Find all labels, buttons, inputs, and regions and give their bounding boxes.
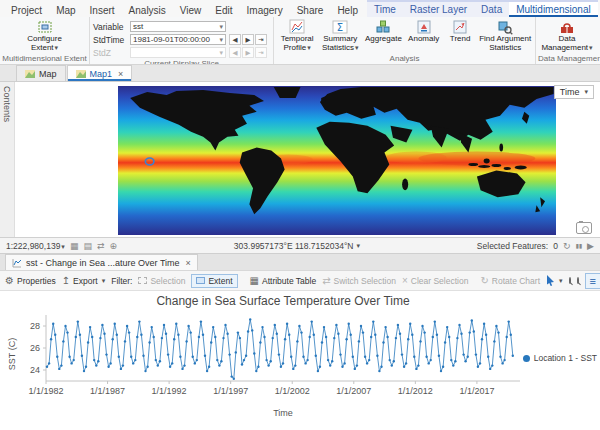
camera-icon[interactable] xyxy=(576,222,592,234)
tab-view[interactable]: View xyxy=(173,3,209,17)
play-icon[interactable]: ▶ xyxy=(587,241,594,251)
chart-area: Change in Sea Surface Temperature Over T… xyxy=(0,291,600,430)
tab-data[interactable]: Data xyxy=(474,2,509,17)
chart-title: Change in Sea Surface Temperature Over T… xyxy=(0,294,566,308)
svg-text:1/1/1987: 1/1/1987 xyxy=(90,386,125,396)
scale-selector[interactable]: 1:222,980,139▾ xyxy=(6,241,65,251)
summary-statistics-button[interactable]: Σ Summary Statistics▾ xyxy=(319,18,361,53)
group-current-display-slice: Variable sst▾ StdTime 1981-09-01T00:00:0… xyxy=(90,17,274,64)
svg-text:1/1/2012: 1/1/2012 xyxy=(398,386,433,396)
data-management-icon xyxy=(559,19,575,35)
swap-tool-icon[interactable]: ⇄ xyxy=(97,241,105,251)
table-icon: ▦ xyxy=(250,276,259,286)
svg-text:24: 24 xyxy=(30,365,40,375)
find-argument-statistics-button[interactable]: Find Argument Statistics xyxy=(478,18,532,53)
filter-label: Filter: xyxy=(111,276,132,286)
switch-selection-button[interactable]: ⇄Switch Selection xyxy=(322,276,396,286)
refresh-icon[interactable]: ↻ xyxy=(563,241,571,251)
chevron-down-icon: ▾ xyxy=(219,49,223,57)
step-back-button: ◀ xyxy=(229,47,241,58)
properties-button[interactable]: ⚙Properties xyxy=(5,276,56,286)
tab-multidimensional[interactable]: Multidimensional xyxy=(509,2,597,17)
map-icon xyxy=(25,69,35,79)
switch-selection-icon: ⇄ xyxy=(322,276,330,286)
step-back-button[interactable]: ◀ xyxy=(229,34,241,45)
coordinates-readout[interactable]: 303.9957173°E 118.7152034°N▾ xyxy=(234,241,360,251)
data-management-button[interactable]: Data Management▾ xyxy=(541,18,592,53)
chevron-down-icon: ▾ xyxy=(55,44,59,51)
filter-extent-button[interactable]: Extent xyxy=(191,274,237,288)
svg-text:28: 28 xyxy=(30,321,40,331)
stdtime-combo[interactable]: 1981-09-01T00:00:00▾ xyxy=(130,34,226,45)
group-label: Data Management xyxy=(536,53,598,64)
trend-icon xyxy=(452,19,468,35)
pointer-icon xyxy=(546,275,555,286)
tab-imagery[interactable]: Imagery xyxy=(240,3,290,17)
pointer-mode-button[interactable]: ▾ xyxy=(546,275,563,286)
chart-panel-tab[interactable]: sst - Change in Sea ...ature Over Time × xyxy=(5,254,198,270)
step-end-button: ⇥ xyxy=(255,47,267,58)
temporal-profile-button[interactable]: Temporal Profile▾ xyxy=(277,18,317,53)
chevron-down-icon: ▾ xyxy=(307,44,311,51)
filter-selection-button[interactable]: Selection xyxy=(138,276,185,286)
aggregate-icon xyxy=(375,19,391,35)
group-data-management: Data Management▾ Data Management xyxy=(536,17,598,64)
chart-legend-toggle[interactable]: ≡ xyxy=(585,273,600,289)
clear-selection-button[interactable]: ×Clear Selection xyxy=(402,276,468,286)
view-tab-bar: Map Map1 × xyxy=(0,65,600,82)
contextual-tab-group: Time Raster Layer Data Multidimensional xyxy=(367,0,598,17)
layers-tool-icon[interactable]: ▤ xyxy=(83,241,92,251)
stdz-label: StdZ xyxy=(93,48,127,58)
trend-button[interactable]: Trend xyxy=(444,18,477,44)
group-label: Multidimensional Extent xyxy=(0,53,89,64)
group-label: Current Display Slice xyxy=(90,58,273,65)
time-slider-button[interactable]: Time ▾ xyxy=(554,85,594,99)
configure-extent-icon xyxy=(37,19,53,35)
chart-panel-tab-bar: sst - Change in Sea ...ature Over Time × xyxy=(0,254,600,271)
close-icon[interactable]: × xyxy=(118,69,123,79)
ribbon-tab-bar: Project Map Insert Analysis View Edit Im… xyxy=(0,0,600,17)
tab-share[interactable]: Share xyxy=(290,3,331,17)
step-forward-button: ▶ xyxy=(242,47,254,58)
zoom-in-icon[interactable] xyxy=(569,277,571,284)
chart-icon xyxy=(12,258,22,268)
legend-label: Location 1 - SST xyxy=(534,353,597,363)
aggregate-button[interactable]: Aggregate xyxy=(363,18,403,44)
sst-raster-map[interactable] xyxy=(118,86,556,235)
chart-legend[interactable]: Location 1 - SST xyxy=(523,353,597,363)
selected-features-count: 0 xyxy=(553,241,558,251)
attribute-table-button[interactable]: ▦Attribute Table xyxy=(250,276,317,286)
close-icon[interactable]: × xyxy=(186,258,191,268)
rotate-chart-button[interactable]: ↻Rotate Chart xyxy=(480,276,540,286)
tab-time[interactable]: Time xyxy=(367,2,403,17)
pause-drawing-icon[interactable]: ▮▮ xyxy=(575,242,582,249)
chart-toolbar: ⚙Properties ↥Export▾ Filter: Selection E… xyxy=(0,271,600,291)
tab-raster-layer[interactable]: Raster Layer xyxy=(403,2,474,17)
svg-text:1/1/1982: 1/1/1982 xyxy=(28,386,63,396)
tab-help[interactable]: Help xyxy=(330,3,365,17)
extent-icon xyxy=(196,277,205,284)
svg-text:1/1/1992: 1/1/1992 xyxy=(152,386,187,396)
export-button[interactable]: ↥Export▾ xyxy=(62,276,105,286)
step-end-button[interactable]: ⇥ xyxy=(255,34,267,45)
chart-plot[interactable]: 2426281/1/19821/1/19871/1/19921/1/19971/… xyxy=(0,311,600,407)
tab-edit[interactable]: Edit xyxy=(208,3,239,17)
contents-pane-collapsed[interactable]: Contents xyxy=(0,82,15,237)
configure-extent-button[interactable]: Configure Extent▾ xyxy=(27,18,62,53)
svg-text:1/1/2007: 1/1/2007 xyxy=(336,386,371,396)
stdtime-label: StdTime xyxy=(93,35,127,45)
grid-tool-icon[interactable]: ▦ xyxy=(70,241,79,251)
tab-insert[interactable]: Insert xyxy=(83,3,122,17)
tab-project[interactable]: Project xyxy=(4,3,49,17)
chevron-down-icon: ▾ xyxy=(559,277,563,285)
step-forward-button[interactable]: ▶ xyxy=(242,34,254,45)
view-tab-map1[interactable]: Map1 × xyxy=(67,65,133,81)
tab-map[interactable]: Map xyxy=(49,3,82,17)
variable-combo[interactable]: sst▾ xyxy=(130,21,226,32)
target-tool-icon[interactable]: ⊕ xyxy=(109,241,117,251)
zoom-full-extent-icon[interactable] xyxy=(577,277,579,284)
anomaly-button[interactable]: Anomaly xyxy=(405,18,441,44)
tab-analysis[interactable]: Analysis xyxy=(122,3,173,17)
map-view[interactable]: Contents xyxy=(0,82,600,238)
view-tab-map[interactable]: Map xyxy=(16,65,66,81)
